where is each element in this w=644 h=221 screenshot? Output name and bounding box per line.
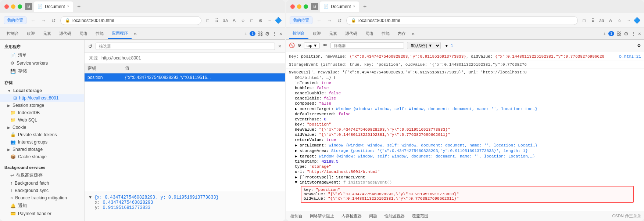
bookmark-icon[interactable]: ☆: [240, 17, 246, 24]
right-tab-elements[interactable]: 元素: [325, 29, 341, 39]
minimize-button[interactable]: [11, 4, 15, 9]
right-tab-welcome[interactable]: 欢迎: [309, 29, 325, 39]
right-tab-memory[interactable]: 内存: [394, 29, 409, 39]
sidebar-item-private-state[interactable]: 🔒 Private state tokens: [0, 131, 84, 138]
bottom-tab-network-block[interactable]: 网络请求阻止: [308, 213, 336, 219]
right-tab-performance[interactable]: 性能: [378, 29, 393, 39]
reader-icon[interactable]: aa: [222, 17, 229, 24]
sidebar-item-bounce-tracking[interactable]: ○ Bounce tracking mitigation: [0, 194, 84, 202]
right-back-button[interactable]: ←: [315, 17, 323, 24]
add-panel-button[interactable]: +: [244, 31, 247, 37]
zoom-icon[interactable]: A: [231, 17, 237, 24]
location-button[interactable]: 我的位置: [4, 17, 26, 24]
table-row[interactable]: position {"x":0.43474275460828293,"y":0.…: [85, 73, 285, 82]
split-icon[interactable]: ⊕: [257, 17, 264, 24]
top-context-selector[interactable]: top ▼: [304, 42, 320, 49]
back-button[interactable]: ←: [29, 17, 37, 24]
maximize-button[interactable]: [18, 4, 22, 9]
more-tabs-button[interactable]: »: [132, 31, 138, 37]
right-reader-icon[interactable]: aa: [598, 17, 605, 24]
more-options-icon[interactable]: ⋮: [272, 31, 277, 37]
bottom-tab-perf-monitor[interactable]: 性能监视器: [383, 213, 406, 219]
grid-icon[interactable]: ⠿: [213, 17, 220, 24]
right-cast-icon[interactable]: □: [581, 17, 587, 24]
close-button[interactable]: [4, 4, 9, 9]
close-devtools-button[interactable]: ×: [279, 31, 282, 37]
sidebar-item-cache-storage[interactable]: 📦 Cache storage: [0, 153, 84, 160]
right-document-tab[interactable]: 📄 Document ×: [320, 1, 359, 12]
right-close-button[interactable]: [290, 4, 295, 9]
right-tab-sources[interactable]: 源代码: [341, 29, 361, 39]
tab-sources[interactable]: 源代码: [56, 29, 75, 39]
document-tab[interactable]: 📄 Document ×: [34, 1, 73, 12]
right-address-bar[interactable]: 🔒 localhost:8001/b.html: [346, 16, 578, 25]
sidebar-item-shared-storage[interactable]: ▶ Shared storage: [0, 146, 84, 153]
bottom-tab-issues[interactable]: 问题: [368, 213, 379, 219]
sidebar-item-notifications[interactable]: 🔔 通知: [0, 202, 84, 210]
tab-welcome[interactable]: 欢迎: [23, 29, 39, 39]
tab-close-button[interactable]: ×: [67, 4, 69, 8]
sidebar-item-background-fetch[interactable]: ↑ Background fetch: [0, 180, 84, 187]
new-tab-button[interactable]: +: [75, 2, 83, 11]
sidebar-item-interest-groups[interactable]: 👥 Interest groups: [0, 138, 84, 146]
sidebar-item-background-sync[interactable]: ↑ Background sync: [0, 187, 84, 194]
console-clear-button[interactable]: 🚫: [289, 43, 295, 48]
copilot-icon[interactable]: 🔷: [275, 17, 282, 24]
right-bookmark-icon[interactable]: ☆: [616, 17, 623, 24]
right-add-panel-button[interactable]: +: [603, 31, 606, 37]
right-maximize-button[interactable]: [304, 4, 308, 9]
sidebar-item-local-storage[interactable]: ▼ Local storage: [0, 87, 84, 94]
console-filter-toggle[interactable]: ⊘: [298, 43, 301, 48]
console-filter-input[interactable]: [330, 42, 404, 49]
sidebar-item-payment-handler[interactable]: 💳 Payment handler: [0, 210, 84, 217]
tab-console[interactable]: 控制台: [3, 29, 22, 39]
right-refresh-button[interactable]: ↺: [336, 17, 343, 24]
sidebar-item-localhost[interactable]: ⊞ http://localhost:8001: [0, 94, 84, 102]
console-level-select[interactable]: 默认级别 ▼: [407, 42, 441, 49]
bottom-tab-memory-inspector[interactable]: 内存检查器: [340, 213, 363, 219]
sidebar-item-indexeddb[interactable]: 📁 IndexedDB: [0, 109, 84, 116]
sidebar-item-web-sql[interactable]: 📁 Web SQL: [0, 116, 84, 124]
sidebar-item-manifest[interactable]: 📄 清单: [0, 51, 84, 59]
pip-icon[interactable]: □: [248, 17, 255, 24]
bottom-tab-coverage[interactable]: 覆盖范围: [411, 213, 430, 219]
right-tab-network[interactable]: 网络: [362, 29, 377, 39]
right-more-options-icon[interactable]: ⋮: [631, 31, 636, 37]
sidebar-item-cookie[interactable]: ▶ Cookie: [0, 124, 84, 131]
filter-input[interactable]: [96, 43, 275, 50]
right-tab-close-button[interactable]: ×: [353, 4, 355, 8]
right-more-icon[interactable]: ···: [625, 17, 632, 24]
right-zoom-icon[interactable]: A: [607, 17, 614, 24]
forward-button[interactable]: →: [40, 17, 47, 24]
tab-application[interactable]: 应用程序: [108, 28, 132, 39]
bottom-tab-console[interactable]: 控制台: [289, 213, 304, 219]
tab-elements[interactable]: 元素: [39, 29, 55, 39]
console-settings-icon[interactable]: ⚙: [637, 43, 641, 48]
link-icon[interactable]: ⛓: [258, 31, 263, 37]
right-location-button[interactable]: 我的位置: [290, 17, 312, 24]
sidebar-item-service-workers[interactable]: ⚙ Service workers: [0, 59, 84, 67]
tab-performance[interactable]: 性能: [92, 29, 107, 39]
sidebar-item-session-storage[interactable]: ▶ Session storage: [0, 102, 84, 109]
filter-clear-button[interactable]: ✕: [278, 44, 282, 49]
right-minimize-button[interactable]: [297, 4, 301, 9]
eye-icon[interactable]: 👁: [323, 43, 328, 48]
right-tab-console[interactable]: 控制台: [289, 28, 308, 39]
right-more-tabs-button[interactable]: »: [410, 31, 416, 37]
log-file-1[interactable]: b.html:21: [612, 54, 641, 60]
content-refresh-button[interactable]: ↺: [88, 43, 93, 49]
tab-network[interactable]: 网络: [76, 29, 91, 39]
sidebar-item-storage[interactable]: 💾 存储: [0, 67, 84, 75]
refresh-button[interactable]: ↺: [50, 17, 57, 24]
right-new-tab-button[interactable]: +: [361, 2, 369, 11]
right-copilot-icon[interactable]: 🔷: [634, 17, 640, 24]
more-icon[interactable]: ···: [266, 17, 273, 24]
right-close-devtools-button[interactable]: ×: [638, 31, 641, 37]
settings-icon[interactable]: ⚙: [265, 31, 270, 37]
right-settings-icon[interactable]: ⚙: [624, 31, 629, 37]
address-bar[interactable]: 🔒 localhost:8001/b.html: [60, 16, 201, 25]
right-link-icon[interactable]: ⛓: [616, 31, 622, 37]
right-forward-button[interactable]: →: [326, 17, 333, 24]
right-grid-icon[interactable]: ⠿: [590, 17, 596, 24]
cast-icon[interactable]: □: [204, 17, 211, 24]
